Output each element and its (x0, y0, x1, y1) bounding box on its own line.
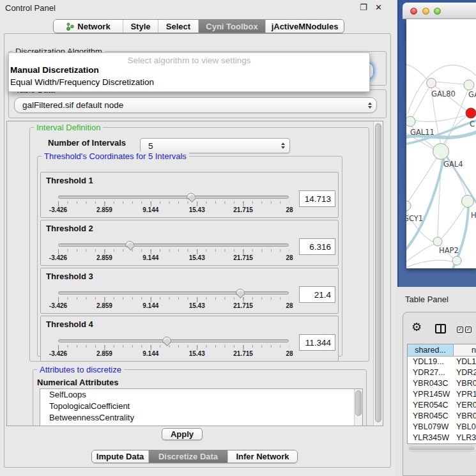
zoom-traffic-light-icon[interactable] (434, 8, 441, 15)
table-data-combobox[interactable]: galFiltered.sif default node (14, 97, 377, 113)
node-label: GCY1 (406, 214, 423, 223)
threshold-1-value-field[interactable]: 14.713 (299, 190, 335, 207)
cell[interactable]: YBR0 (454, 378, 476, 389)
cell[interactable]: YBL079W (408, 422, 454, 433)
slider-thumb[interactable] (125, 241, 134, 247)
cell[interactable]: YDL19... (408, 357, 454, 367)
table-row[interactable]: YIL052CYIL0 (408, 443, 476, 444)
number-of-intervals-value: 5 (141, 141, 277, 151)
table-row[interactable]: YBR045CYBR0 (408, 411, 476, 422)
cell[interactable]: YPR1 (454, 389, 476, 400)
apply-button[interactable]: Apply (162, 428, 203, 440)
cell[interactable]: YDR27... (408, 367, 454, 378)
threshold-4-slider[interactable] (58, 339, 289, 342)
list-scrollbar[interactable] (354, 389, 362, 426)
table-horizontal-scrollbar[interactable] (408, 445, 476, 452)
minimize-traffic-light-icon[interactable] (422, 8, 429, 15)
cell[interactable]: YBR043C (408, 378, 454, 389)
table-row[interactable]: YDR27...YDR2 (408, 367, 476, 378)
cell[interactable]: YIL052C (408, 443, 454, 444)
tick-label: 21.715 (233, 206, 253, 213)
tick-label: 2.859 (96, 206, 112, 213)
settings-scrollbar[interactable] (373, 121, 383, 426)
cell[interactable]: YLR3 (454, 433, 476, 443)
table-row[interactable]: YDL19...YDL1 (408, 357, 476, 367)
column-header-name[interactable]: n (454, 344, 476, 356)
slider-thumb[interactable] (187, 193, 196, 199)
columns-icon[interactable] (435, 324, 446, 334)
threshold-3-slider[interactable] (58, 291, 289, 295)
tab-infer-network-label: Infer Network (236, 452, 289, 461)
node-gal4[interactable] (433, 144, 449, 160)
table-row[interactable]: YPR145WYPR1 (408, 389, 476, 400)
node-hap2[interactable] (433, 237, 442, 246)
tick-label: -3.426 (49, 302, 67, 309)
table-row[interactable]: YBL079WYBL0 (408, 422, 476, 433)
node-h[interactable] (462, 196, 474, 208)
cell[interactable]: YBR0 (454, 411, 476, 422)
spinner-stepper-icon (277, 142, 289, 149)
slider-thumb[interactable] (162, 337, 171, 343)
tab-impute-data[interactable]: Impute Data (92, 450, 149, 463)
node-top-right[interactable] (464, 80, 474, 90)
cell[interactable]: YLR345W (408, 433, 454, 443)
tick-label: 28 (286, 206, 293, 213)
cell[interactable]: YER0 (454, 400, 476, 411)
node-gcy1[interactable] (406, 201, 411, 211)
tab-discretize-data-label: Discretize Data (158, 452, 218, 461)
cell[interactable]: YBL0 (454, 422, 476, 433)
cell[interactable]: YDL1 (454, 357, 476, 367)
dropdown-item-manual-discretization[interactable]: Manual Discretization (10, 65, 99, 75)
threshold-4-label: Threshold 4 (46, 319, 93, 329)
tick-label: 15.43 (189, 350, 205, 357)
node-gal80[interactable] (427, 79, 436, 88)
cell[interactable]: YDR2 (454, 367, 476, 378)
tick-label: -3.426 (49, 254, 67, 261)
gear-icon[interactable]: ⚙ (411, 321, 422, 333)
close-traffic-light-icon[interactable] (410, 8, 417, 15)
threshold-2-panel: Threshold 2 -3.4262.8599.14415.4321.7152… (40, 220, 339, 266)
network-canvas[interactable]: GAL80 GA C GAL11 GAL4 H GCY1 HAP2 (406, 19, 476, 268)
table-row[interactable]: YBR043CYBR0 (408, 378, 476, 389)
list-item[interactable]: SelfLoops (40, 389, 362, 401)
threshold-1-panel: Threshold 1 -3.4262.8599.14415.4321.7152… (40, 172, 339, 218)
dropdown-item-equal-width-frequency[interactable]: Equal Width/Frequency Discretization (10, 77, 154, 87)
cell[interactable]: YPR145W (408, 389, 454, 400)
list-item[interactable]: TopologicalCoefficient (40, 401, 362, 412)
tab-style[interactable]: Style (123, 20, 158, 33)
float-window-icon[interactable]: ❐ (360, 3, 367, 12)
cell[interactable]: YER054C (408, 400, 454, 411)
table-row[interactable]: YER054CYER0 (408, 400, 476, 411)
threshold-3-value-field[interactable]: 21.4 (299, 286, 335, 303)
tab-cyni-toolbox[interactable]: Cyni Toolbox (199, 20, 266, 33)
tab-impute-data-label: Impute Data (96, 452, 144, 461)
threshold-1-slider[interactable] (58, 196, 289, 199)
node-gal11[interactable] (406, 116, 415, 127)
threshold-2-slider[interactable] (58, 243, 289, 247)
cell[interactable]: YIL0 (454, 443, 476, 444)
list-item[interactable]: BetweennessCentrality (40, 412, 362, 424)
checkbox-icon[interactable]: ✓ (457, 326, 463, 333)
threshold-4-value-field[interactable]: 11.344 (299, 334, 335, 351)
tab-discretize-data[interactable]: Discretize Data (149, 450, 228, 463)
control-panel-titlebar: Control Panel ❐ ✕ (0, 0, 395, 15)
table-row[interactable]: YLR345WYLR3 (408, 433, 476, 443)
numerical-attributes-list[interactable]: SelfLoops TopologicalCoefficient Between… (40, 388, 363, 426)
slider-thumb[interactable] (236, 289, 245, 295)
node-label: HAP2 (439, 246, 459, 255)
column-header-shared-name[interactable]: shared... (408, 344, 454, 356)
close-window-icon[interactable]: ✕ (375, 3, 382, 12)
tab-jactivemnodules[interactable]: jActiveMNodules (266, 20, 344, 33)
tab-select[interactable]: Select (158, 20, 199, 33)
threshold-2-value-field[interactable]: 6.316 (299, 238, 335, 255)
dropdown-placeholder-item[interactable]: Select algorithm to view settings (9, 56, 369, 65)
tab-network[interactable]: Network (54, 20, 123, 33)
node-bottom[interactable] (452, 256, 461, 265)
node-label: GAL80 (431, 89, 456, 98)
cell[interactable]: YBR045C (408, 411, 454, 422)
checkbox-icon[interactable]: ✓ (465, 326, 472, 333)
tick-label: 28 (286, 350, 293, 357)
tab-infer-network[interactable]: Infer Network (228, 450, 297, 463)
settings-scrollpane: Interval Definition Number of Intervals … (6, 121, 383, 426)
node-red-selected[interactable] (466, 108, 476, 118)
